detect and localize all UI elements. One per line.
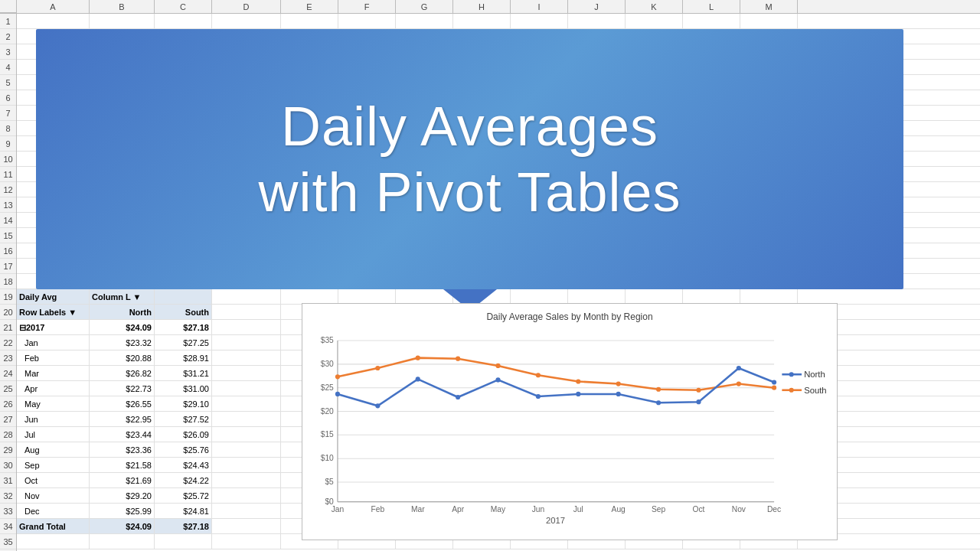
cell — [626, 14, 683, 28]
svg-text:$30: $30 — [321, 360, 334, 368]
cell: ⊟2017 — [17, 320, 90, 334]
svg-point-49 — [576, 379, 580, 383]
row-num-1: 1 — [0, 14, 16, 29]
cell — [212, 504, 281, 518]
cell — [453, 14, 511, 28]
col-header-b[interactable]: B — [90, 0, 155, 13]
cell: Oct — [17, 473, 90, 487]
svg-text:$5: $5 — [325, 478, 334, 486]
cell — [212, 427, 281, 442]
svg-point-44 — [375, 366, 380, 370]
col-header-m[interactable]: M — [740, 0, 798, 13]
cell — [212, 412, 281, 426]
cell — [212, 350, 281, 365]
cell: Column L ▼ — [90, 289, 155, 304]
svg-point-36 — [536, 394, 541, 399]
cell — [212, 289, 281, 304]
cell — [568, 289, 626, 304]
cell: Row Labels ▼ — [17, 305, 90, 319]
svg-point-47 — [495, 364, 500, 368]
svg-point-41 — [737, 366, 741, 370]
row-num-13: 13 — [0, 197, 16, 213]
cell — [155, 534, 212, 549]
cell: $24.09 — [90, 320, 155, 334]
banner-title: Daily Averages — [281, 93, 658, 159]
svg-text:Nov: Nov — [732, 505, 746, 514]
cell: $24.81 — [155, 504, 212, 518]
svg-text:2017: 2017 — [546, 516, 565, 525]
col-header-a[interactable]: A — [17, 0, 90, 13]
svg-text:Jul: Jul — [573, 505, 583, 514]
cell: May — [17, 396, 90, 411]
row-num-31: 31 — [0, 473, 16, 488]
cell — [212, 14, 281, 28]
cell: $24.22 — [155, 473, 212, 487]
row-num-35: 35 — [0, 534, 16, 549]
cell: Grand Total — [17, 519, 90, 533]
row-num-12: 12 — [0, 182, 16, 197]
svg-point-35 — [495, 377, 500, 382]
svg-text:Sep: Sep — [652, 505, 666, 514]
svg-point-31 — [335, 392, 340, 396]
cell: $26.09 — [155, 427, 212, 442]
row-num-18: 18 — [0, 274, 16, 289]
cell: Sep — [17, 458, 90, 472]
col-header-f[interactable]: F — [338, 0, 396, 13]
cell — [17, 14, 90, 28]
cell — [212, 442, 281, 457]
cell — [281, 14, 338, 28]
col-header-l[interactable]: L — [683, 0, 740, 13]
svg-point-33 — [416, 377, 420, 381]
row-num-26: 26 — [0, 396, 16, 412]
chart-container: Daily Average Sales by Month by Region $… — [302, 303, 838, 540]
col-header-e[interactable]: E — [281, 0, 338, 13]
col-header-c[interactable]: C — [155, 0, 212, 13]
row-num-7: 7 — [0, 106, 16, 121]
svg-point-38 — [616, 392, 621, 396]
col-header-d[interactable]: D — [212, 0, 281, 13]
cell — [626, 289, 683, 304]
row-num-21: 21 — [0, 320, 16, 335]
svg-text:Apr: Apr — [452, 505, 465, 514]
cell: $23.32 — [90, 335, 155, 350]
col-header-k[interactable]: K — [626, 0, 683, 13]
chart-area: $35 $30 $25 $20 $15 $10 $5 $0 — [310, 326, 829, 525]
row-num-9: 9 — [0, 136, 16, 152]
row-num-15: 15 — [0, 228, 16, 243]
row-num-17: 17 — [0, 259, 16, 274]
row-num-4: 4 — [0, 60, 16, 75]
cell: Jan — [17, 335, 90, 350]
row-num-29: 29 — [0, 442, 16, 458]
cell: $22.73 — [90, 381, 155, 396]
svg-text:Feb: Feb — [371, 505, 384, 514]
col-header-h[interactable]: H — [453, 0, 511, 13]
cell — [683, 14, 740, 28]
row-num-33: 33 — [0, 504, 16, 519]
svg-text:Dec: Dec — [767, 505, 781, 514]
cell: $24.43 — [155, 458, 212, 472]
cell: $23.36 — [90, 442, 155, 457]
row-num-2: 2 — [0, 29, 16, 44]
col-header-j[interactable]: J — [568, 0, 626, 13]
cell: Aug — [17, 442, 90, 457]
cell: Apr — [17, 381, 90, 396]
cell — [212, 534, 281, 549]
col-header-i[interactable]: I — [511, 0, 568, 13]
svg-text:Jun: Jun — [532, 505, 545, 514]
col-header-g[interactable]: G — [396, 0, 453, 13]
row-num-5: 5 — [0, 75, 16, 90]
cell: $22.95 — [90, 412, 155, 426]
svg-point-46 — [456, 357, 460, 361]
cell — [212, 458, 281, 472]
svg-point-42 — [772, 380, 776, 384]
svg-point-45 — [416, 356, 420, 360]
cell: Jun — [17, 412, 90, 426]
svg-point-53 — [737, 381, 741, 386]
row-num-10: 10 — [0, 152, 16, 167]
row-num-20: 20 — [0, 305, 16, 320]
north-line — [338, 368, 774, 406]
svg-point-48 — [536, 373, 541, 377]
svg-text:South: South — [804, 386, 826, 395]
row-num-30: 30 — [0, 458, 16, 473]
banner-subtitle: with Pivot Tables — [259, 159, 681, 225]
